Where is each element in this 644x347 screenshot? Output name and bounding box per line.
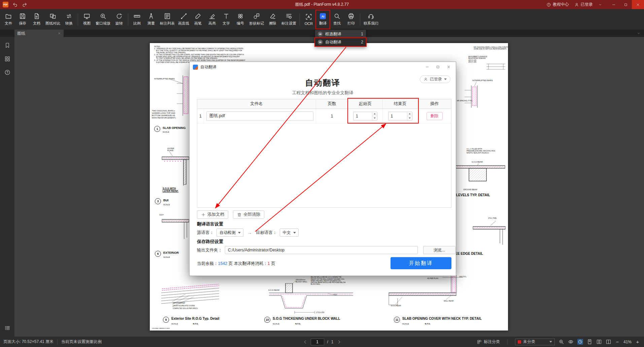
category-select[interactable]: 未分类 bbox=[515, 339, 555, 345]
single-page-view-icon[interactable] bbox=[596, 339, 602, 345]
app-logo-icon: PDF bbox=[3, 2, 8, 7]
window-maximize-button[interactable] bbox=[620, 0, 632, 9]
maximize-icon bbox=[436, 65, 440, 69]
filename-input[interactable]: 图纸.pdf bbox=[206, 111, 313, 121]
toolbar-button-rotate[interactable]: 旋转 bbox=[112, 10, 126, 29]
dialog-close-button[interactable] bbox=[445, 64, 452, 70]
previous-page-button[interactable] bbox=[303, 340, 307, 344]
toolbar-button-shapes[interactable]: 形状标记 bbox=[247, 10, 266, 29]
add-document-button[interactable]: 添加文档 bbox=[197, 210, 228, 219]
history-tool-icon[interactable] bbox=[577, 339, 583, 345]
toolbar-button-ai[interactable]: AI翻译 bbox=[316, 10, 330, 29]
spinner-up-icon[interactable] bbox=[372, 112, 377, 116]
toolbar-button-annotation-list[interactable]: 标注列表 bbox=[158, 10, 176, 29]
menu-item-shortcut: 1 bbox=[361, 32, 363, 36]
toolbar-button-pen[interactable]: 画笔 bbox=[191, 10, 205, 29]
tab-list-chevron-icon[interactable] bbox=[637, 31, 641, 35]
end-page-spinner[interactable]: 1 bbox=[388, 112, 412, 120]
dialog-titlebar[interactable]: 自动翻译 bbox=[190, 62, 456, 72]
thumbnails-panel-icon[interactable] bbox=[4, 56, 10, 62]
menu-item-box-translate[interactable]: AI框选翻译1 bbox=[315, 30, 366, 38]
annotation-list-icon bbox=[164, 13, 171, 20]
close-icon bbox=[636, 3, 640, 7]
pdf-text-label: SLAB OPENING bbox=[163, 126, 186, 130]
toolbar-button-eraser[interactable]: 擦除 bbox=[266, 10, 280, 29]
toolbar-button-annotation-settings[interactable]: 标注设置 bbox=[280, 10, 298, 29]
column-header-pages: 页数 bbox=[316, 99, 348, 108]
start-translate-button[interactable]: 开始翻译 bbox=[391, 257, 451, 269]
toolbar-button-convert[interactable]: 转换 bbox=[62, 10, 76, 29]
pdf-text-label: 3712 (TAB) bbox=[488, 217, 497, 219]
toolbar-button-number[interactable]: 编号 bbox=[233, 10, 247, 29]
browse-button[interactable]: 浏览... bbox=[423, 246, 455, 254]
toolbar-button-label: 查找 bbox=[333, 21, 341, 26]
toolbar-button-folder[interactable]: 文件 bbox=[1, 10, 15, 29]
account-chevron-icon[interactable] bbox=[598, 3, 602, 7]
current-page-input[interactable]: 1 bbox=[310, 339, 324, 345]
zoom-out-button[interactable]: − bbox=[615, 339, 620, 345]
toolbar-button-ocr[interactable]: OCR bbox=[302, 10, 316, 29]
pdf-text-label: Exterior Site R.O.G Typ. Detail bbox=[171, 317, 219, 321]
total-pages-label: 1 bbox=[331, 340, 334, 344]
clear-all-button[interactable]: 全部清除 bbox=[233, 210, 264, 219]
toolbar-button-compare[interactable]: 图纸对比 bbox=[44, 10, 62, 29]
toolbar-button-print[interactable]: 打印 bbox=[344, 10, 358, 29]
toolbar-button-save[interactable]: 保存 bbox=[15, 10, 30, 29]
eye-icon[interactable] bbox=[568, 339, 574, 345]
pdf-text-label: SCALE bbox=[402, 323, 409, 325]
toolbar-button-text[interactable]: 文字 bbox=[219, 10, 233, 29]
undo-icon[interactable] bbox=[12, 2, 18, 7]
toolbar-button-label: 比例 bbox=[133, 21, 141, 26]
output-folder-input[interactable] bbox=[225, 246, 418, 254]
dialog-maximize-button[interactable] bbox=[434, 64, 442, 70]
detail-number-circle: 6 bbox=[155, 251, 161, 257]
toolbar-button-view[interactable]: 视图 bbox=[80, 10, 94, 29]
note-page-icon[interactable] bbox=[587, 339, 592, 345]
toolbar-button-line[interactable]: 画直线 bbox=[176, 10, 191, 29]
menu-item-auto-translate[interactable]: AI自动翻译2 bbox=[315, 38, 366, 46]
account-button[interactable]: 已登录 bbox=[574, 2, 593, 7]
person-icon bbox=[574, 2, 579, 7]
toolbar-button-window-zoom[interactable]: 窗口缩放 bbox=[94, 10, 112, 29]
print-icon bbox=[348, 13, 354, 20]
window-minimize-button[interactable] bbox=[608, 0, 620, 9]
spinner-up-icon[interactable] bbox=[407, 112, 412, 116]
delete-button[interactable]: 删除 bbox=[427, 112, 443, 120]
spinner-down-icon[interactable] bbox=[407, 116, 412, 120]
next-page-button[interactable] bbox=[337, 340, 341, 344]
dialog-minimize-button[interactable] bbox=[423, 64, 431, 70]
tab-close-icon[interactable] bbox=[58, 32, 61, 35]
target-language-select[interactable]: 中文 bbox=[280, 229, 299, 237]
toolbar-button-document[interactable]: 文档 bbox=[30, 10, 44, 29]
redo-icon[interactable] bbox=[22, 2, 27, 7]
page-size-label: 页面大小: 70.52×57.41 厘米 bbox=[3, 339, 54, 345]
window-close-button[interactable] bbox=[632, 0, 644, 9]
toolbar-button-ruler[interactable]: 比例 bbox=[130, 10, 144, 29]
menu-list-icon[interactable] bbox=[4, 325, 10, 331]
toolbar-button-label: 标注列表 bbox=[160, 21, 175, 26]
toolbar-button-highlight[interactable]: 高亮 bbox=[205, 10, 219, 29]
zoom-area-icon[interactable] bbox=[558, 339, 564, 345]
help-panel-icon[interactable] bbox=[4, 69, 10, 75]
book-view-icon[interactable] bbox=[606, 339, 611, 345]
toolbar-button-contact[interactable]: 联系我们 bbox=[362, 10, 380, 29]
tutorial-center-button[interactable]: 教程中心 bbox=[546, 2, 569, 7]
spinner-value: 1 bbox=[388, 112, 407, 120]
annotation-category-button[interactable]: 标注分类 bbox=[477, 339, 500, 345]
pdf-text-label: S.O.G THICKENING UNDER BLOCK WALL bbox=[273, 317, 340, 321]
start-page-spinner[interactable]: 1 bbox=[353, 112, 377, 120]
toolbar-button-label: 画直线 bbox=[178, 21, 189, 26]
bookmark-panel-icon[interactable] bbox=[4, 42, 10, 48]
tab-drawing[interactable]: 图纸 bbox=[14, 30, 64, 37]
toolbar-button-label: OCR bbox=[305, 22, 313, 26]
action-cell: 删除 bbox=[418, 109, 451, 123]
toolbar-button-measure[interactable]: 测量 bbox=[144, 10, 158, 29]
toolbar-button-label: 文件 bbox=[5, 21, 12, 26]
end-page-cell: 1 bbox=[383, 109, 418, 123]
zoom-in-button[interactable]: + bbox=[635, 339, 640, 345]
spinner-down-icon[interactable] bbox=[372, 116, 377, 120]
detail-number-circle: 1 bbox=[154, 126, 160, 132]
toolbar-button-search[interactable]: 查找 bbox=[330, 10, 344, 29]
source-language-select[interactable]: 自动检测 bbox=[216, 229, 243, 237]
pdf-text-label: MIN. DIAGONAL BARS x 1200mm LONG IN BOTH… bbox=[474, 46, 508, 50]
